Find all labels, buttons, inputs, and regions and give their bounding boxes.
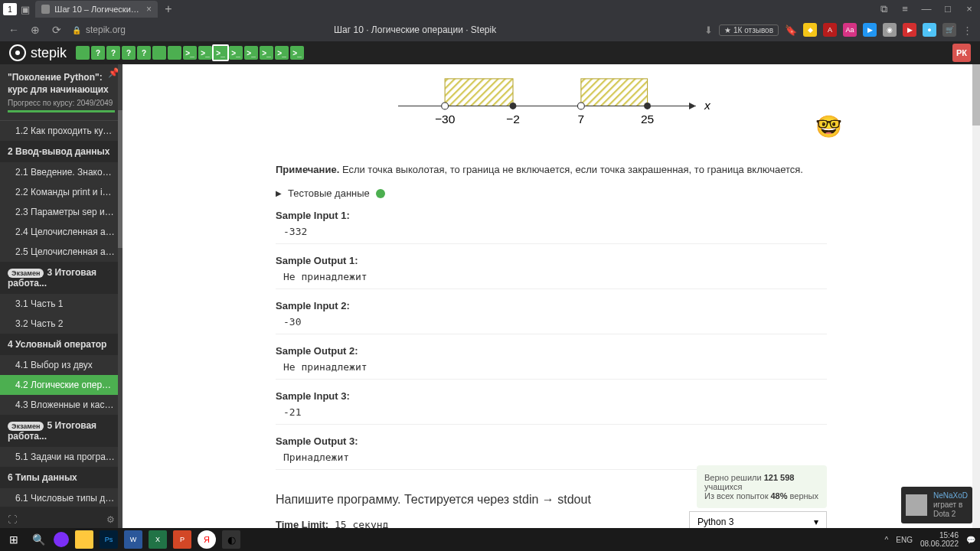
sidebar-item[interactable]: 2.2 Команды print и input <box>0 182 122 202</box>
stepik-logo[interactable]: stepik <box>9 44 67 61</box>
step-0[interactable] <box>76 46 90 60</box>
reload-button[interactable]: ⟳ <box>51 24 63 36</box>
close-tab-icon[interactable]: × <box>146 4 152 15</box>
sidebar-section[interactable]: 4 Условный оператор <box>0 334 122 355</box>
svg-text:25: 25 <box>641 112 654 126</box>
ext-icon-5[interactable]: ◉ <box>883 23 897 37</box>
step-7[interactable]: >_ <box>183 46 197 60</box>
progress-bar <box>8 110 115 112</box>
sidebar-section[interactable]: 6 Типы данных <box>0 467 122 488</box>
sidebar-item[interactable]: 6.1 Числовые типы данны... <box>0 488 122 508</box>
game-notification[interactable]: NeNaXoD играет в Dota 2 <box>901 487 972 523</box>
sidebar-item[interactable]: 2.1 Введение. Знакомство ... <box>0 162 122 182</box>
step-3[interactable]: ? <box>122 46 136 60</box>
notifications-icon[interactable]: 💬 <box>966 536 975 544</box>
step-6[interactable] <box>168 46 181 60</box>
word-icon[interactable]: W <box>124 530 142 549</box>
sidebar-section[interactable]: 2 Ввод-вывод данных <box>0 141 122 162</box>
more-icon[interactable]: ⋮ <box>962 24 972 36</box>
content-scrollbar[interactable] <box>972 64 980 533</box>
svg-point-6 <box>510 103 517 109</box>
sidebar-item[interactable]: 3.2 Часть 2 <box>0 314 122 334</box>
sample-label: Sample Input 1: <box>276 210 827 221</box>
step-11[interactable]: >_ <box>244 46 258 60</box>
stats-box: Верно решили 121 598 учащихся Из всех по… <box>697 465 827 508</box>
download-icon[interactable]: ⬇ <box>704 24 713 36</box>
sample-value: Принадлежит <box>276 452 827 463</box>
svg-text:−2: −2 <box>506 112 520 126</box>
ext-icon-2[interactable]: A <box>823 23 837 37</box>
back-button[interactable]: ← <box>8 24 20 36</box>
excel-icon[interactable]: X <box>149 530 167 549</box>
browser-tab[interactable]: Шаг 10 – Логические оп × <box>35 1 158 18</box>
ext-icon-4[interactable]: ▶ <box>863 23 877 37</box>
sidebar-item[interactable]: 2.3 Параметры sep и end <box>0 202 122 222</box>
sidebar-section[interactable]: Экзамен5 Итоговая работа... <box>0 415 122 447</box>
step-2[interactable]: ? <box>106 46 120 60</box>
sample-value: -21 <box>276 406 827 418</box>
ext-icon-7[interactable]: ● <box>923 23 936 37</box>
step-13[interactable]: >_ <box>275 46 289 60</box>
step-bar: ????>_>_>_>_>_>_>_>_ <box>76 46 304 60</box>
ppt-icon[interactable]: P <box>173 530 191 549</box>
notif-avatar <box>906 494 927 516</box>
step-4[interactable]: ? <box>137 46 151 60</box>
svg-rect-2 <box>581 79 648 106</box>
sample-value: -332 <box>276 226 827 237</box>
ext-icon-6[interactable]: ▶ <box>903 23 916 37</box>
reviews-badge[interactable]: ★ 1К отзывов <box>719 24 779 36</box>
test-data-toggle[interactable]: ▶ Тестовые данные <box>276 187 827 199</box>
tab-counter[interactable]: 1 <box>3 3 17 15</box>
sample-label: Sample Output 3: <box>276 435 827 447</box>
sidebar-section[interactable]: Экзамен3 Итоговая работа... <box>0 262 122 294</box>
window-maximize-icon[interactable]: □ <box>940 3 956 15</box>
sidebar-item[interactable]: 2.5 Целочисленная арифм... <box>0 242 122 262</box>
sample-label: Sample Output 2: <box>276 345 827 357</box>
sidebar-item[interactable]: 1.2 Как проходить курс? <box>0 121 122 141</box>
window-menu-icon[interactable]: ≡ <box>897 3 913 15</box>
step-12[interactable]: >_ <box>260 46 273 60</box>
window-pip-icon[interactable]: ⧉ <box>876 3 891 15</box>
ext-icon-3[interactable]: Aa <box>843 23 857 37</box>
sample-block: Sample Input 1:-332 <box>276 210 827 244</box>
new-tab-button[interactable]: + <box>161 2 176 16</box>
shield-icon[interactable]: ⊕ <box>29 24 41 36</box>
sidebar-item[interactable]: 4.1 Выбор из двух <box>0 355 122 375</box>
window-close-icon[interactable]: × <box>962 3 977 15</box>
start-button[interactable]: ⊞ <box>5 530 23 549</box>
svg-text:x: x <box>704 99 711 112</box>
sidebar-item[interactable]: 4.2 Логические операции <box>0 375 122 395</box>
address-bar: ← ⊕ ⟳ 🔒 stepik.org Шаг 10 · Логические о… <box>0 18 980 41</box>
step-9[interactable]: >_ <box>212 44 229 61</box>
explorer-icon[interactable] <box>75 530 93 549</box>
ext-icon-8[interactable]: 🛒 <box>942 23 956 37</box>
sidebar-item[interactable]: 5.1 Задачи на программир... <box>0 447 122 467</box>
step-1[interactable]: ? <box>91 46 105 60</box>
step-10[interactable]: >_ <box>229 46 243 60</box>
bookmark-icon[interactable]: 🔖 <box>785 24 797 36</box>
ext-icon-1[interactable]: ◆ <box>803 23 817 37</box>
tray-clock[interactable]: 15:46 08.06.2022 <box>920 531 959 548</box>
sidebar: 📌 "Поколение Python": курс для начинающи… <box>0 64 122 533</box>
step-5[interactable] <box>152 46 166 60</box>
step-8[interactable]: >_ <box>198 46 212 60</box>
sidebar-item[interactable]: 3.1 Часть 1 <box>0 294 122 314</box>
tabs-icon[interactable]: ▣ <box>18 2 32 16</box>
ps-icon[interactable]: Ps <box>100 530 118 549</box>
tray-lang[interactable]: ENG <box>896 536 913 544</box>
step-14[interactable]: >_ <box>290 46 304 60</box>
expand-arrow-icon: ▶ <box>276 189 282 197</box>
window-minimize-icon[interactable]: — <box>919 3 934 15</box>
task-app-o[interactable]: ◐ <box>222 530 240 549</box>
fullscreen-icon[interactable]: ⛶ <box>8 514 17 525</box>
tray-chevron-icon[interactable]: ^ <box>885 536 889 544</box>
content-area: −30 −2 7 25 x 🤓 Примечание. Если точка в… <box>122 64 980 533</box>
sidebar-item[interactable]: 2.4 Целочисленная арифм... <box>0 222 122 242</box>
search-icon[interactable]: 🔍 <box>29 530 47 549</box>
user-avatar[interactable]: РК <box>952 44 971 62</box>
yandex-icon[interactable]: Я <box>198 530 216 549</box>
settings-icon[interactable]: ⚙ <box>106 514 115 525</box>
task-app-1[interactable] <box>54 532 69 547</box>
sidebar-item[interactable]: 4.3 Вложенные и каскадн... <box>0 395 122 415</box>
url-field[interactable]: 🔒 stepik.org <box>72 24 126 35</box>
